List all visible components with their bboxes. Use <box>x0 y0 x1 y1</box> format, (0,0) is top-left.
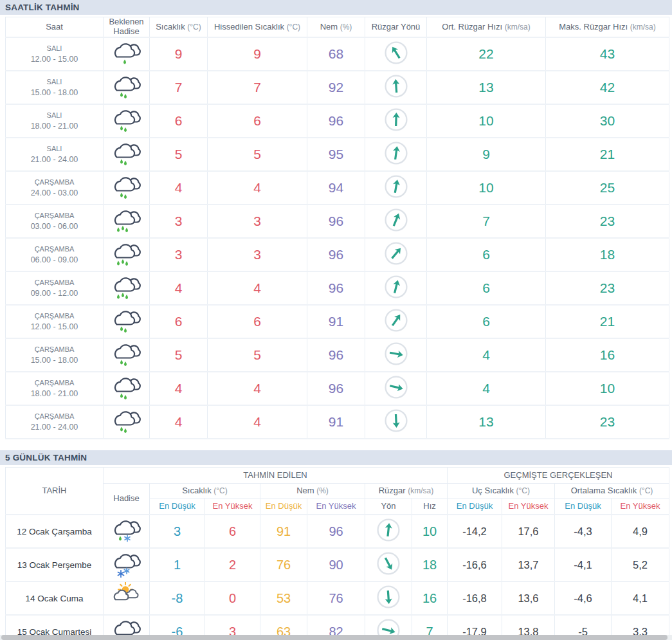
rain-cloud-icon <box>110 138 143 168</box>
col-header-humidity: Nem (%) <box>307 17 365 38</box>
cell-feels-like: 6 <box>208 104 307 138</box>
col-header-wind-direction: Rüzgar Yönü <box>365 17 427 38</box>
rain-cloud-icon <box>110 239 143 268</box>
time-range-hours: 15.00 - 18.00 <box>6 87 103 98</box>
time-range-hours: 24.00 - 03.00 <box>6 188 103 198</box>
cell-hum-max: 96 <box>307 515 365 548</box>
hourly-row: ÇARŞAMBA09.00 - 12.004496623 <box>6 271 669 305</box>
time-range-hours: 21.00 - 24.00 <box>6 154 103 165</box>
scrollbar-thumb[interactable] <box>1 635 667 640</box>
cell-humidity: 68 <box>307 37 365 71</box>
cell-wind-direction <box>365 138 427 171</box>
sub-header-wind-dir: Yön <box>365 498 412 515</box>
time-range-hours: 21.00 - 24.00 <box>6 422 103 432</box>
cell-temperature: 4 <box>150 171 208 205</box>
cell-temperature: 3 <box>150 205 208 238</box>
col-header-feels-like: Hissedilen Sıcaklık (°C) <box>208 17 307 38</box>
wind-direction-arrow-icon <box>376 518 401 542</box>
sun-behind-clouds-icon <box>110 582 143 612</box>
cell-max-wind-speed: 10 <box>546 372 669 405</box>
cell-date: 14 Ocak Cuma <box>6 581 104 615</box>
cell-wind-direction <box>365 305 427 338</box>
col-header-extreme-temperature: Uç Sıcaklık (°C) <box>448 484 555 498</box>
group-header-predicted: TAHMİN EDİLEN <box>104 468 448 484</box>
wind-direction-arrow-icon <box>384 342 408 366</box>
cell-hum-max: 76 <box>307 581 365 615</box>
cell-date: 13 Ocak Perşembe <box>6 548 104 581</box>
wind-direction-arrow-icon <box>384 174 408 199</box>
cell-temperature: 7 <box>150 71 208 104</box>
cell-extreme-min: -16,8 <box>448 581 502 615</box>
rain-cloud-icon <box>110 306 143 335</box>
cell-event <box>104 581 150 615</box>
wind-direction-arrow-icon <box>384 107 408 132</box>
time-range-day: SALI <box>6 44 103 53</box>
time-range-day: ÇARŞAMBA <box>6 278 103 288</box>
cell-avg-wind-speed: 22 <box>427 37 546 71</box>
hourly-row: ÇARŞAMBA18.00 - 21.004496410 <box>6 372 669 405</box>
cell-time: ÇARŞAMBA06.00 - 09.00 <box>6 238 104 271</box>
cell-extreme-min: -16,6 <box>448 548 502 581</box>
cell-wind-speed: 10 <box>412 515 448 548</box>
daily-forecast-table: TARİH TAHMİN EDİLEN GEÇMİŞTE GERÇEKLEŞEN… <box>5 467 669 640</box>
cell-temperature: 3 <box>150 238 208 271</box>
cell-feels-like: 3 <box>208 205 307 238</box>
horizontal-scrollbar[interactable] <box>0 635 672 640</box>
rain-cloud-icon <box>110 205 143 235</box>
cell-average-min: -4,6 <box>555 581 612 615</box>
wind-direction-arrow-icon <box>384 241 408 266</box>
cell-wind-direction <box>365 238 427 271</box>
time-range-day: ÇARŞAMBA <box>6 345 103 354</box>
cell-avg-wind-speed: 6 <box>427 271 546 305</box>
cell-expected-event <box>104 171 150 205</box>
wind-direction-arrow-icon <box>384 275 408 299</box>
cell-time: SALI12.00 - 15.00 <box>6 37 104 71</box>
rain-cloud-icon <box>110 372 143 402</box>
cell-temperature: 5 <box>150 138 208 171</box>
cell-date: 12 Ocak Çarşamba <box>6 515 104 548</box>
time-range-day: ÇARŞAMBA <box>6 311 103 321</box>
rain-cloud-icon <box>110 406 143 435</box>
cell-temperature: 4 <box>150 271 208 305</box>
hourly-row: SALI15.00 - 18.0077921342 <box>6 71 669 104</box>
cell-temp-max: 6 <box>205 515 260 548</box>
cell-expected-event <box>104 138 150 171</box>
wind-direction-arrow-icon <box>384 41 408 65</box>
cell-hum-min: 91 <box>260 515 307 548</box>
time-range-hours: 15.00 - 18.00 <box>6 355 103 365</box>
cell-expected-event <box>104 405 150 439</box>
cell-avg-wind-speed: 6 <box>427 238 546 271</box>
daily-header-group-row: TARİH TAHMİN EDİLEN GEÇMİŞTE GERÇEKLEŞEN <box>6 468 669 484</box>
daily-row: 12 Ocak Çarşamba36919610-14,217,6-4,34,9 <box>6 515 669 548</box>
time-range-hours: 18.00 - 21.00 <box>6 121 103 131</box>
cell-humidity: 96 <box>307 205 365 238</box>
cell-temp-max: 0 <box>205 581 260 615</box>
time-range-day: SALI <box>6 111 103 120</box>
hourly-row: SALI18.00 - 21.0066961030 <box>6 104 669 138</box>
weather-forecast-page: SAATLİK TAHMİN Saat Beklenen Hadise Sıca… <box>0 0 672 640</box>
cell-max-wind-speed: 21 <box>546 305 669 338</box>
hourly-row: ÇARŞAMBA24.00 - 03.0044941025 <box>6 171 669 205</box>
sub-header-ext-min: En Düşük <box>448 498 502 515</box>
time-range-day: ÇARŞAMBA <box>6 178 103 187</box>
wind-direction-arrow-icon <box>384 408 408 433</box>
cell-time: SALI15.00 - 18.00 <box>6 71 104 104</box>
rain-cloud-icon <box>110 339 143 369</box>
cell-feels-like: 4 <box>208 271 307 305</box>
cell-wind-direction <box>365 405 427 439</box>
cell-time: ÇARŞAMBA24.00 - 03.00 <box>6 171 104 205</box>
wind-direction-arrow-icon <box>384 208 408 232</box>
cell-feels-like: 5 <box>208 338 307 372</box>
col-header-humidity: Nem (%) <box>260 484 365 498</box>
cell-average-min: -4,1 <box>555 548 612 581</box>
cell-time: ÇARŞAMBA09.00 - 12.00 <box>6 271 104 305</box>
sleet-cloud-icon <box>110 515 143 545</box>
cell-feels-like: 4 <box>208 171 307 205</box>
cell-expected-event <box>104 305 150 338</box>
cell-humidity: 94 <box>307 171 365 205</box>
hourly-row: ÇARŞAMBA15.00 - 18.005596416 <box>6 338 669 372</box>
rain-cloud-icon <box>110 272 143 302</box>
cell-avg-wind-speed: 4 <box>427 372 546 405</box>
cell-avg-wind-speed: 9 <box>427 138 546 171</box>
cell-temperature: 9 <box>150 37 208 71</box>
